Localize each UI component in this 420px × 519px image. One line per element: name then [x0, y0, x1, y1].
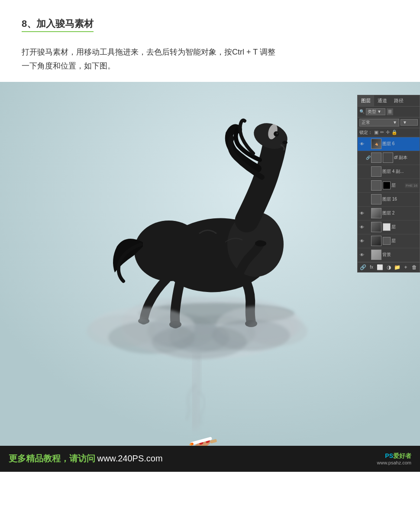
tab-paths[interactable]: 路径: [391, 95, 407, 106]
description-text: 打开骏马素材，用移动工具拖进来，去色后转为智能对象，按Ctrl + T 调整 一…: [22, 45, 398, 73]
layer-item-bg[interactable]: 👁 背景: [358, 248, 420, 262]
layer-thumb-dmask1: [371, 236, 381, 246]
ps-panel: 图层 通道 路径 🔍 类型 ▼ ☰ 正常 ▼ ▼: [357, 95, 420, 272]
lock-label: 锁定：: [359, 130, 372, 136]
link-btn[interactable]: 🔗: [359, 264, 367, 270]
svg-point-38: [276, 133, 278, 134]
layer-visibility-2[interactable]: 👁: [359, 210, 365, 216]
layer-name-2: 图层 2: [382, 210, 418, 216]
layer-badge: FHE 16: [405, 183, 418, 188]
new-layer-btn[interactable]: +: [402, 264, 410, 270]
layer-item-dmask1[interactable]: 👁 层: [358, 234, 420, 248]
tab-layers[interactable]: 图层: [358, 95, 374, 106]
bottom-banner: 更多精品教程，请访问 www.240PS.com PS爱好者 www.psahz…: [0, 446, 420, 472]
layer-name-wmask1: 层: [391, 224, 418, 230]
layer-thumb-df2: [383, 152, 393, 163]
layer-name-16: 图层 16: [382, 196, 418, 202]
brand-url: www.psahz.com: [377, 460, 411, 465]
layer-visibility-16[interactable]: [359, 196, 365, 202]
layer-name-bg: 背景: [382, 252, 418, 258]
svg-point-50: [152, 324, 247, 359]
layer-thumb-2: [371, 208, 381, 218]
layer-item-4[interactable]: 图层 4 副...: [358, 165, 420, 179]
type-dropdown[interactable]: 类型 ▼: [366, 108, 385, 115]
layer-visibility-bg[interactable]: 👁: [359, 252, 365, 258]
delete-layer-btn[interactable]: 🗑: [410, 264, 418, 270]
step-title: 8、加入骏马素材: [22, 17, 94, 32]
layer-mask-dmask1: [383, 237, 391, 245]
layer-item-16[interactable]: 图层 16: [358, 193, 420, 207]
ps-lock-row: 锁定： ▣ ✏ ✛ 🔒: [358, 128, 420, 137]
svg-point-39: [282, 141, 288, 144]
layer-item-6[interactable]: 👁 🐴 图层 6: [358, 137, 420, 151]
banner-url: www.240PS.com: [97, 454, 162, 463]
layer-thumb-bg: [371, 250, 381, 260]
layer-thumb-4: [371, 166, 381, 177]
layer-name-6: 图层 6: [382, 141, 418, 147]
adjustment-btn[interactable]: ◑: [385, 264, 392, 270]
lock-move-icon[interactable]: ✛: [386, 130, 390, 135]
layer-item-df[interactable]: 🔗 df 副本: [358, 151, 420, 165]
layer-visibility-dmask1[interactable]: 👁: [359, 238, 365, 244]
lock-transparency-icon[interactable]: ▣: [374, 130, 378, 135]
banner-left: 更多精品教程，请访问 www.240PS.com: [9, 453, 163, 464]
layer-item-wmask1[interactable]: 👁 层: [358, 221, 420, 234]
layer-visibility-df[interactable]: [359, 155, 365, 161]
ps-search-row: 🔍 类型 ▼ ☰: [358, 107, 420, 117]
layer-thumb-wmask1: [371, 222, 381, 232]
banner-main-text: 更多精品教程，请访问: [9, 454, 95, 463]
ps-layers-list: 👁 🐴 图层 6 🔗 df 副本 图层 4 副...: [358, 137, 420, 262]
layer-visibility-wmask1[interactable]: 👁: [359, 224, 365, 230]
blend-mode-dropdown[interactable]: 正常 ▼: [359, 119, 399, 127]
layer-name-df: df 副本: [394, 155, 418, 161]
desc-line1: 打开骏马素材，用移动工具拖进来，去色后转为智能对象，按Ctrl + T 调整: [22, 48, 275, 56]
svg-point-37: [274, 131, 279, 136]
layer-name-4: 图层 4 副...: [382, 169, 418, 175]
layer-item-mask1[interactable]: 层 FHE 16: [358, 179, 420, 193]
layer-item-2[interactable]: 👁 图层 2: [358, 207, 420, 221]
layer-mask-mask1: [383, 182, 391, 189]
svg-point-33: [134, 221, 204, 281]
brand-name: PS爱好者: [385, 452, 411, 460]
desc-line2: 一下角度和位置，如下图。: [22, 62, 115, 70]
banner-right: PS爱好者 www.psahz.com: [377, 452, 411, 465]
opacity-dropdown[interactable]: ▼: [401, 119, 418, 126]
layer-visibility-mask1[interactable]: [359, 182, 365, 188]
layer-mask-wmask1: [383, 223, 391, 231]
main-image-area: 图层 通道 路径 🔍 类型 ▼ ☰ 正常 ▼ ▼: [0, 82, 420, 446]
ps-panel-footer: 🔗 fx ⬜ ◑ 📁 + 🗑: [358, 262, 420, 272]
layer-thumb-mask1: [371, 180, 381, 191]
search-icon: 🔍: [359, 109, 365, 114]
layer-name-dmask1: 层: [391, 238, 418, 244]
top-section: 8、加入骏马素材 打开骏马素材，用移动工具拖进来，去色后转为智能对象，按Ctrl…: [0, 0, 420, 82]
lock-all-icon[interactable]: 🔒: [391, 130, 397, 135]
lock-paint-icon[interactable]: ✏: [380, 130, 384, 135]
ps-mode-row: 正常 ▼ ▼: [358, 117, 420, 128]
panel-menu-btn[interactable]: ☰: [387, 108, 393, 115]
layer-name-mask1: 层: [391, 182, 404, 188]
add-mask-btn[interactable]: ⬜: [376, 264, 384, 270]
svg-point-41: [255, 240, 266, 247]
ps-panel-tabs: 图层 通道 路径: [358, 95, 420, 107]
layer-chain-df: 🔗: [366, 156, 370, 160]
tab-channels[interactable]: 通道: [374, 95, 391, 106]
group-btn[interactable]: 📁: [394, 264, 401, 270]
layer-thumb-df: [371, 152, 381, 163]
fx-btn[interactable]: fx: [368, 264, 375, 270]
layer-thumb-16: [371, 194, 381, 204]
layer-visibility-6[interactable]: 👁: [359, 141, 365, 147]
layer-thumb-6: 🐴: [371, 139, 381, 149]
layer-visibility-4[interactable]: [359, 169, 365, 175]
step-title-text: 8、加入骏马素材: [22, 18, 94, 29]
